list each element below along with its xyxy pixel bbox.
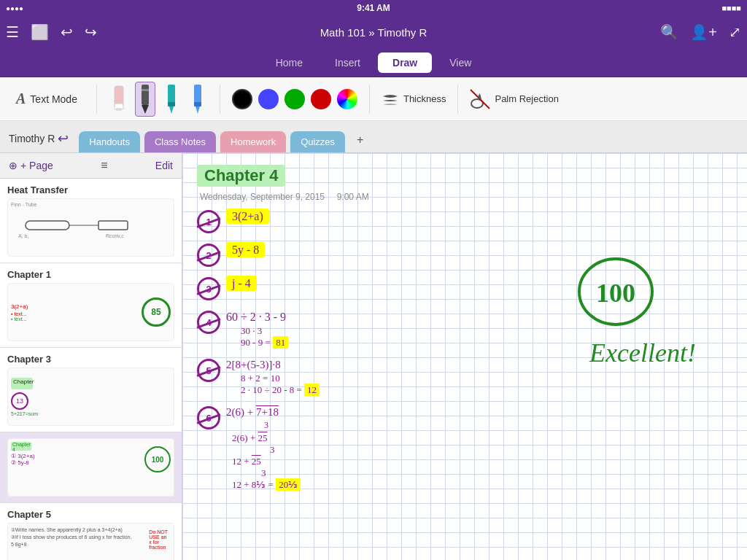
marker-tool-blue[interactable] [187, 82, 208, 117]
problem-3-num: 3 [197, 277, 220, 300]
text-mode-button[interactable]: A Text Mode [9, 86, 85, 112]
add-page-button[interactable]: ⊕ + Page [9, 160, 53, 171]
svg-rect-6 [168, 85, 175, 105]
nav-right: 🔍 👤+ ⤢ [660, 23, 741, 41]
note-canvas: Chapter 4 Wednesday, September 9, 2015 9… [182, 153, 747, 560]
pen-tool-dark[interactable] [135, 82, 155, 117]
page-thumbnail-chapter-4: Chapter 4 ① 3(2+a) ② 5y-8 100 [7, 438, 174, 497]
color-swatches [232, 89, 357, 109]
problem-1: 1 3(2+a) [197, 210, 732, 233]
tab-insert[interactable]: Insert [320, 52, 375, 73]
tab-quizzes[interactable]: Quizzes [290, 131, 345, 152]
handwritten-content: 100 Excellent! 1 3(2+a) 2 5y - 8 3 [197, 210, 732, 491]
tab-class-notes[interactable]: Class Notes [144, 131, 216, 152]
problem-2-expr: 5y - 8 [226, 242, 265, 257]
color-red[interactable] [311, 89, 331, 109]
problem-1-expr: 3(2+a) [226, 209, 269, 224]
redo-icon[interactable]: ↪ [85, 23, 97, 41]
problem-6: 6 2(6) + 7+183 2(6) + 25 3 12 + 25 3 12 … [197, 406, 732, 491]
pen-tools-section [109, 82, 208, 117]
problem-4: 4 60 ÷ 2 · 3 - 9 30 · 3 90 - 9 = 81 [197, 311, 732, 349]
main-content: ⊕ + Page ≡ Edit Heat Transfer Finn - Tub… [0, 153, 747, 560]
color-picker-wheel[interactable] [337, 89, 357, 109]
chapter-title: Chapter 4 [197, 165, 285, 187]
sidebar-toggle-icon[interactable]: ⬜ [31, 23, 49, 41]
svg-rect-2 [116, 108, 122, 111]
svg-marker-11 [196, 106, 200, 114]
divider-1 [96, 85, 97, 114]
page-list-sidebar: ⊕ + Page ≡ Edit Heat Transfer Finn - Tub… [0, 153, 182, 560]
nav-left: ☰ ⬜ ↩ ↪ [6, 23, 97, 41]
ribbon-tab-bar: Home Insert Draw View [0, 48, 747, 77]
page-title-chapter-5: Chapter 5 [7, 509, 174, 520]
page-item-chapter-4[interactable]: Chapter 4 ① 3(2+a) ② 5y-8 100 [0, 432, 182, 503]
user-section: Timothy R ↩ [9, 131, 69, 152]
divider-3 [369, 85, 370, 114]
page-item-chapter-3[interactable]: Chapter 3 Chapter 13 5+217=sum [0, 348, 182, 432]
section-tab-bar: Timothy R ↩ Handouts Class Notes Homewor… [0, 121, 747, 153]
problem-5: 5 2[8+(5-3)]·8 8 + 2 = 10 2 · 10 ÷ 20 - … [197, 359, 732, 396]
add-person-icon[interactable]: 👤+ [690, 23, 717, 41]
sidebar-header: ⊕ + Page ≡ Edit [0, 153, 182, 179]
list-view-icon[interactable]: ≡ [101, 159, 107, 172]
page-item-chapter-1[interactable]: Chapter 1 3(2+a) ▪ text... ▪ text... 85 [0, 263, 182, 348]
expand-icon[interactable]: ⤢ [729, 23, 741, 41]
svg-rect-7 [168, 102, 175, 106]
svg-text:Rconv,c: Rconv,c [106, 233, 124, 238]
svg-marker-8 [169, 106, 174, 114]
svg-rect-3 [142, 85, 149, 105]
page-title-heat-transfer: Heat Transfer [7, 184, 174, 195]
palm-rejection-label: Palm Rejection [495, 93, 558, 104]
svg-rect-9 [194, 85, 201, 105]
problem-4-num: 4 [197, 311, 220, 334]
palm-rejection-icon [470, 89, 490, 109]
tab-homework[interactable]: Homework [220, 131, 286, 152]
svg-rect-10 [194, 102, 201, 106]
tab-handouts[interactable]: Handouts [79, 131, 140, 152]
page-thumbnail-chapter-3: Chapter 13 5+217=sum [7, 368, 174, 426]
add-section-button[interactable]: + [349, 128, 371, 152]
draw-toolbar: A Text Mode [0, 77, 747, 121]
problem-2: 2 5y - 8 [197, 244, 732, 267]
page-item-chapter-5[interactable]: Chapter 5 ①Write names. She apparently 2… [0, 503, 182, 560]
color-green[interactable] [285, 89, 305, 109]
page-date: Wednesday, September 9, 2015 9:00 AM [200, 192, 369, 202]
color-blue[interactable] [258, 89, 279, 109]
svg-marker-4 [142, 105, 149, 114]
palm-rejection-button[interactable]: Palm Rejection [470, 89, 558, 109]
page-thumbnail-chapter-1: 3(2+a) ▪ text... ▪ text... 85 [7, 283, 174, 341]
problem-6-num: 6 [197, 406, 220, 429]
wifi-indicator: ●●●● [6, 4, 23, 12]
problem-1-num: 1 [197, 210, 220, 233]
add-page-label: + Page [20, 160, 53, 171]
eraser-tool[interactable] [109, 82, 129, 117]
page-title-chapter-1: Chapter 1 [7, 269, 174, 280]
undo-icon[interactable]: ↩ [61, 23, 73, 41]
marker-tool-teal[interactable] [161, 82, 182, 117]
tab-view[interactable]: View [435, 52, 486, 73]
tab-home[interactable]: Home [261, 52, 317, 73]
document-title: Math 101 » Timothy R [320, 26, 427, 39]
edit-button[interactable]: Edit [155, 160, 173, 171]
svg-rect-16 [98, 221, 128, 230]
page-thumbnail-heat-transfer: Finn - Tube A, b, Rconv,c [7, 198, 174, 257]
status-bar: ●●●● 9:41 AM ■■■■ [0, 0, 747, 16]
thickness-label: Thickness [403, 93, 446, 104]
tab-draw[interactable]: Draw [378, 52, 432, 73]
search-icon[interactable]: 🔍 [660, 23, 678, 41]
thickness-button[interactable]: Thickness [382, 90, 446, 108]
divider-4 [457, 85, 458, 114]
menu-icon[interactable]: ☰ [6, 23, 19, 41]
username-label: Timothy R [9, 133, 55, 144]
text-mode-label: Text Mode [30, 93, 77, 105]
title-bar: ☰ ⬜ ↩ ↪ Math 101 » Timothy R 🔍 👤+ ⤢ [0, 16, 747, 48]
user-back-icon[interactable]: ↩ [58, 131, 69, 147]
color-black[interactable] [232, 89, 252, 109]
thickness-icon [382, 90, 399, 108]
svg-rect-5 [142, 89, 149, 91]
page-thumbnail-chapter-5: ①Write names. She apparently 2 plus a 3+… [7, 523, 174, 560]
page-item-heat-transfer[interactable]: Heat Transfer Finn - Tube A, b, Rconv,c [0, 179, 182, 263]
svg-line-13 [471, 90, 489, 109]
text-mode-icon: A [16, 90, 26, 107]
problem-2-num: 2 [197, 244, 220, 267]
